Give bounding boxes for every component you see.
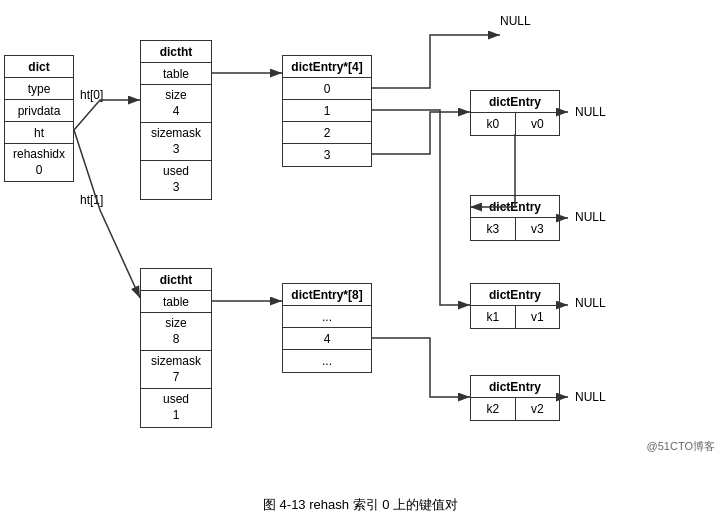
- entry-k3v3-k: k3: [471, 218, 516, 240]
- entry-k2v2-label: dictEntry: [471, 376, 559, 398]
- null-k3v3: NULL: [575, 210, 606, 224]
- entry-array-1-dots2: ...: [283, 350, 371, 372]
- entry-k3v3-box: dictEntry k3 v3: [470, 195, 560, 241]
- entry-array-1-4: 4: [283, 328, 371, 350]
- dictht0-size: size4: [141, 85, 211, 123]
- dictht0-used: used3: [141, 161, 211, 198]
- entry-k3v3-v: v3: [516, 218, 560, 240]
- null-k1v1: NULL: [575, 296, 606, 310]
- entry-k1v1-box: dictEntry k1 v1: [470, 283, 560, 329]
- entry-k0v0-v: v0: [516, 113, 560, 135]
- entry-array-0-1: 1: [283, 100, 371, 122]
- null-k0v0: NULL: [575, 105, 606, 119]
- ht1-label: ht[1]: [80, 193, 103, 207]
- null-top: NULL: [500, 14, 531, 28]
- diagram: dict type privdata ht rehashidx0 ht[0] h…: [0, 0, 721, 490]
- dict-label: dict: [5, 56, 73, 78]
- dictht0-sizemask: sizemask3: [141, 123, 211, 161]
- entry-k1v1-label: dictEntry: [471, 284, 559, 306]
- entry-array-1-label: dictEntry*[8]: [283, 284, 371, 306]
- dictht1-sizemask: sizemask7: [141, 351, 211, 389]
- null-k2v2: NULL: [575, 390, 606, 404]
- dictht1-label: dictht: [141, 269, 211, 291]
- entry-array-0-3: 3: [283, 144, 371, 166]
- entry-array-1: dictEntry*[8] ... 4 ...: [282, 283, 372, 373]
- dict-privdata: privdata: [5, 100, 73, 122]
- dictht0-box: dictht table size4 sizemask3 used3: [140, 40, 212, 200]
- entry-k0v0-k: k0: [471, 113, 516, 135]
- watermark: @51CTO博客: [647, 439, 715, 454]
- dictht0-label: dictht: [141, 41, 211, 63]
- entry-k3v3-label: dictEntry: [471, 196, 559, 218]
- dictht1-table: table: [141, 291, 211, 313]
- dictht0-table: table: [141, 63, 211, 85]
- dict-box: dict type privdata ht rehashidx0: [4, 55, 74, 182]
- caption: 图 4-13 rehash 索引 0 上的键值对: [0, 490, 721, 518]
- entry-k2v2-v: v2: [516, 398, 560, 420]
- entry-k1v1-v: v1: [516, 306, 560, 328]
- entry-array-0-0: 0: [283, 78, 371, 100]
- entry-array-1-dots1: ...: [283, 306, 371, 328]
- dict-type: type: [5, 78, 73, 100]
- entry-array-0-label: dictEntry*[4]: [283, 56, 371, 78]
- entry-array-0-2: 2: [283, 122, 371, 144]
- dict-rehashidx: rehashidx0: [5, 144, 73, 181]
- entry-k0v0-label: dictEntry: [471, 91, 559, 113]
- dict-ht: ht: [5, 122, 73, 144]
- dictht1-size: size8: [141, 313, 211, 351]
- entry-k2v2-k: k2: [471, 398, 516, 420]
- entry-k1v1-k: k1: [471, 306, 516, 328]
- dictht1-box: dictht table size8 sizemask7 used1: [140, 268, 212, 428]
- ht0-label: ht[0]: [80, 88, 103, 102]
- entry-array-0: dictEntry*[4] 0 1 2 3: [282, 55, 372, 167]
- entry-k0v0-box: dictEntry k0 v0: [470, 90, 560, 136]
- entry-k2v2-box: dictEntry k2 v2: [470, 375, 560, 421]
- dictht1-used: used1: [141, 389, 211, 426]
